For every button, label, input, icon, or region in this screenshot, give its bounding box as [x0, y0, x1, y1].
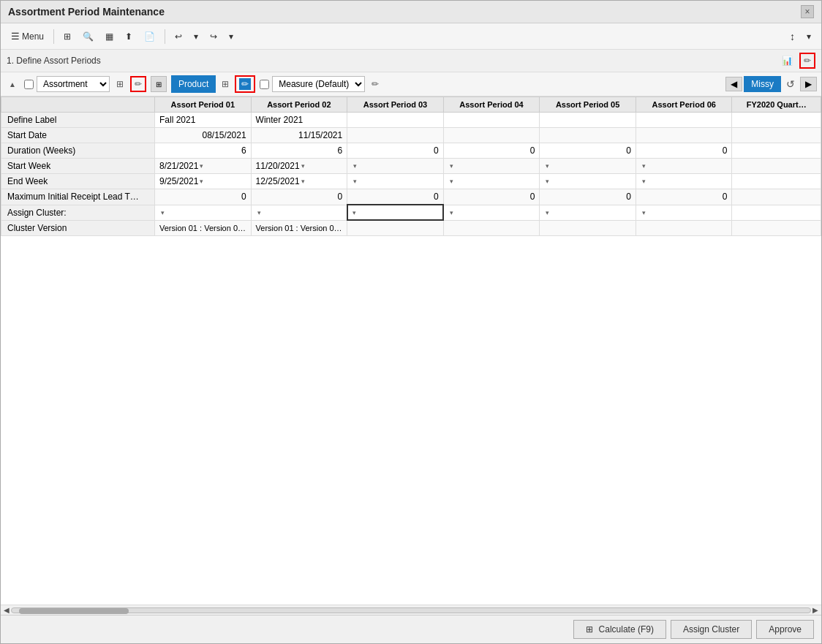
cell-define-p3[interactable]: [347, 113, 444, 128]
cell-duration-p2[interactable]: 6: [251, 143, 347, 159]
scroll-right-arrow[interactable]: ▶: [811, 606, 820, 614]
cell-clusterversion-p1[interactable]: Version 01 : Version 01 : Jan 2022: [155, 220, 252, 235]
measure-dropdown[interactable]: Measure (Default): [272, 76, 365, 92]
cell-define-p4[interactable]: [443, 113, 540, 128]
cell-duration-p3[interactable]: 0: [347, 143, 444, 159]
close-button[interactable]: ×: [801, 5, 814, 18]
cell-clusterversion-p3[interactable]: [347, 220, 444, 235]
upload-button[interactable]: ⬆: [121, 29, 137, 44]
measure-edit-button[interactable]: ✏: [368, 77, 382, 91]
scrollbar-thumb[interactable]: [19, 608, 129, 614]
cell-clusterversion-p5[interactable]: [540, 220, 636, 235]
assortment-hierarchy-button[interactable]: ⊞: [113, 77, 127, 91]
assortment-edit-button[interactable]: ✏: [130, 76, 146, 92]
cell-endweek-p3[interactable]: ▾: [347, 174, 444, 189]
cell-define-p2[interactable]: Winter 2021: [251, 113, 347, 128]
hierarchy-icon: ⊞: [116, 79, 124, 89]
cell-clusterversion-p6[interactable]: [636, 220, 732, 235]
cell-duration-p6[interactable]: 0: [636, 143, 732, 159]
cell-maxreceipt-p1[interactable]: 0: [155, 189, 252, 205]
product-button[interactable]: Product: [171, 75, 216, 93]
cell-duration-p5[interactable]: 0: [540, 143, 636, 159]
cell-startdate-p5[interactable]: [540, 128, 636, 143]
search-button[interactable]: 🔍: [78, 29, 98, 44]
cell-endweek-p2[interactable]: 12/25/2021 ▾: [251, 174, 347, 189]
nav-next-button[interactable]: ▶: [800, 77, 817, 91]
cell-startweek-p2[interactable]: 11/20/2021 ▾: [251, 159, 347, 174]
horizontal-scrollbar[interactable]: ◀ ▶: [1, 605, 821, 615]
cell-startdate-p1[interactable]: 08/15/2021: [155, 128, 252, 143]
product-edit-button[interactable]: ✏: [235, 75, 255, 93]
dropdown-arrow-icon: ▾: [353, 178, 357, 185]
cell-maxreceipt-fy[interactable]: [732, 189, 821, 205]
cell-startdate-p4[interactable]: [443, 128, 540, 143]
cell-assigncluster-p4[interactable]: ▾: [443, 205, 540, 220]
cell-startdate-p3[interactable]: [347, 128, 444, 143]
grid-view-button[interactable]: ⊞: [59, 29, 75, 44]
cell-maxreceipt-p3[interactable]: 0: [347, 189, 444, 205]
cell-assigncluster-p6[interactable]: ▾: [636, 205, 732, 220]
list-button[interactable]: ▦: [101, 29, 118, 44]
measure-checkbox[interactable]: [260, 80, 269, 89]
assign-cluster-button[interactable]: Assign Cluster: [671, 620, 752, 639]
grid-wrapper[interactable]: Assort Period 01 Assort Period 02 Assort…: [1, 96, 821, 605]
product-hierarchy-button[interactable]: ⊞: [218, 77, 233, 91]
scroll-left-arrow[interactable]: ◀: [2, 606, 11, 614]
export-button[interactable]: 📄: [140, 29, 159, 44]
redo-dropdown[interactable]: ▾: [225, 29, 238, 44]
cell-define-p1[interactable]: Fall 2021: [155, 113, 252, 128]
cell-duration-p1[interactable]: 6: [155, 143, 252, 159]
cell-assigncluster-p5[interactable]: ▾: [540, 205, 636, 220]
cell-maxreceipt-p2[interactable]: 0: [251, 189, 347, 205]
cell-duration-p4[interactable]: 0: [443, 143, 540, 159]
dropdown-arrow-icon: ▾: [352, 209, 356, 216]
redo-button[interactable]: ↪: [206, 29, 222, 44]
calculate-button[interactable]: ⊞ Calculate (F9): [573, 620, 666, 639]
cell-define-p6[interactable]: [636, 113, 732, 128]
more-button[interactable]: ▾: [802, 29, 815, 44]
assortment-dropdown[interactable]: Assortment: [37, 76, 110, 92]
cell-maxreceipt-p5[interactable]: 0: [540, 189, 636, 205]
cell-maxreceipt-p6[interactable]: 0: [636, 189, 732, 205]
cell-define-p5[interactable]: [540, 113, 636, 128]
cell-duration-fy[interactable]: [732, 143, 821, 159]
add-row-button[interactable]: ⊞: [151, 76, 167, 92]
cell-endweek-fy[interactable]: [732, 174, 821, 189]
cell-clusterversion-p4[interactable]: [443, 220, 540, 235]
nav-prev-button[interactable]: ◀: [725, 77, 742, 91]
cell-startdate-fy[interactable]: [732, 128, 821, 143]
cell-startweek-p3[interactable]: ▾: [347, 159, 444, 174]
cell-assigncluster-fy[interactable]: [732, 205, 821, 220]
cell-maxreceipt-p4[interactable]: 0: [443, 189, 540, 205]
cell-clusterversion-p2[interactable]: Version 01 : Version 01 : Jan 2022: [251, 220, 347, 235]
cell-assigncluster-p2[interactable]: ▾: [251, 205, 347, 220]
scrollbar-track[interactable]: [11, 607, 811, 613]
missy-button[interactable]: Missy: [744, 76, 781, 92]
assortment-checkbox[interactable]: [24, 80, 34, 89]
chart-button[interactable]: 📊: [778, 53, 796, 68]
approve-button[interactable]: Approve: [756, 620, 814, 639]
menu-button[interactable]: ☰ Menu: [7, 29, 48, 44]
cell-startweek-p6[interactable]: ▾: [636, 159, 732, 174]
cell-endweek-p1[interactable]: 9/25/2021 ▾: [155, 174, 252, 189]
cell-endweek-p5[interactable]: ▾: [540, 174, 636, 189]
cell-startweek-p5[interactable]: ▾: [540, 159, 636, 174]
cell-startdate-p6[interactable]: [636, 128, 732, 143]
undo-button[interactable]: ↩: [170, 29, 186, 44]
settings-button[interactable]: ↕: [785, 29, 799, 45]
cell-startweek-fy[interactable]: [732, 159, 821, 174]
cell-endweek-p4[interactable]: ▾: [443, 174, 540, 189]
cell-startweek-p4[interactable]: ▾: [443, 159, 540, 174]
refresh-button[interactable]: ↺: [783, 76, 799, 92]
collapse-button[interactable]: ▲: [5, 78, 20, 91]
edit-section-button[interactable]: ✏: [799, 53, 815, 69]
cell-startdate-p2[interactable]: 11/15/2021: [251, 128, 347, 143]
pencil-icon-3: ✏: [239, 78, 251, 90]
undo-dropdown[interactable]: ▾: [189, 29, 203, 44]
cell-endweek-p6[interactable]: ▾: [636, 174, 732, 189]
cell-assigncluster-p1[interactable]: ▾: [155, 205, 252, 220]
cell-clusterversion-fy[interactable]: [732, 220, 821, 235]
cell-assigncluster-p3[interactable]: ▾: [347, 205, 444, 220]
cell-define-fy[interactable]: [732, 113, 821, 128]
cell-startweek-p1[interactable]: 8/21/2021 ▾: [155, 159, 252, 174]
